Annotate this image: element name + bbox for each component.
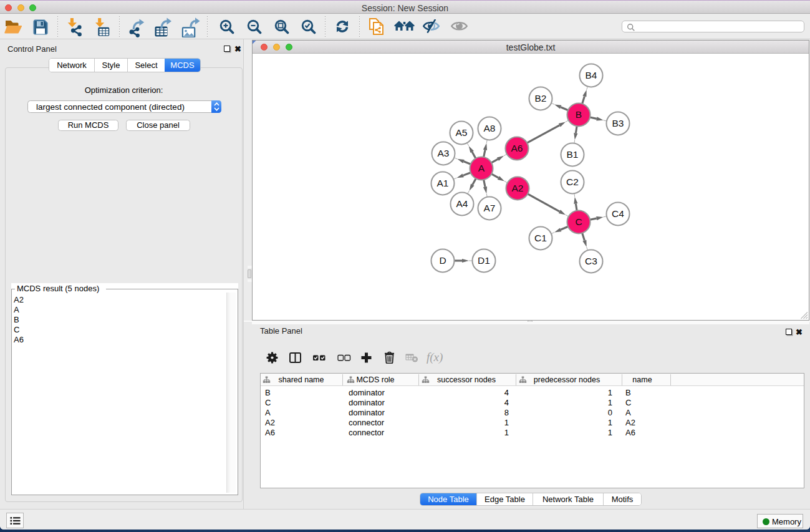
- svg-text:A7: A7: [484, 203, 496, 213]
- svg-text:C3: C3: [585, 256, 597, 266]
- svg-text:B2: B2: [535, 93, 547, 104]
- svg-text:A4: A4: [456, 198, 468, 209]
- svg-text:A1: A1: [437, 178, 449, 188]
- svg-text:D1: D1: [478, 255, 490, 266]
- svg-text:B4: B4: [586, 70, 597, 80]
- svg-text:B: B: [576, 109, 582, 120]
- svg-text:C4: C4: [612, 208, 624, 219]
- svg-text:A8: A8: [484, 123, 496, 133]
- svg-text:A3: A3: [438, 148, 450, 158]
- svg-text:B1: B1: [567, 149, 579, 160]
- svg-text:B3: B3: [612, 118, 624, 128]
- svg-text:A6: A6: [511, 143, 523, 153]
- svg-text:C2: C2: [566, 177, 579, 187]
- svg-text:A: A: [478, 163, 485, 173]
- svg-text:C1: C1: [534, 233, 547, 243]
- svg-text:C: C: [575, 216, 582, 227]
- svg-text:A5: A5: [456, 127, 468, 138]
- svg-text:D: D: [439, 255, 446, 266]
- svg-text:A2: A2: [512, 183, 524, 193]
